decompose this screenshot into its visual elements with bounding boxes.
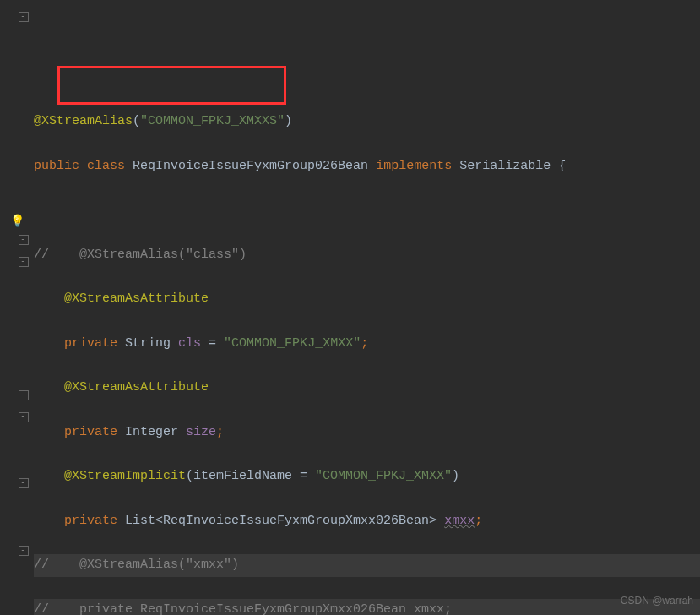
watermark: CSDN @warrah: [621, 592, 693, 610]
code-line[interactable]: @XStreamAsAttribute: [34, 377, 700, 399]
code-line[interactable]: // @XStreamAlias("class"): [34, 244, 700, 266]
fold-marker-icon[interactable]: [19, 390, 29, 400]
code-area[interactable]: @XStreamAlias("COMMON_FPKJ_XMXXS") publi…: [34, 0, 700, 615]
fold-marker-icon[interactable]: [19, 546, 29, 556]
fold-marker-icon[interactable]: [19, 478, 29, 488]
code-line[interactable]: [34, 67, 700, 89]
code-line[interactable]: // private ReqInvoiceIssueFyxmGroupXmxx0…: [34, 599, 700, 615]
code-line[interactable]: private String cls = "COMMON_FPKJ_XMXX";: [34, 333, 700, 355]
code-line[interactable]: private List<ReqInvoiceIssueFyxmGroupXmx…: [34, 510, 700, 532]
code-line[interactable]: @XStreamAsAttribute: [34, 288, 700, 310]
code-line[interactable]: [34, 199, 700, 221]
code-line[interactable]: public class ReqInvoiceIssueFyxmGroup026…: [34, 155, 700, 177]
fold-marker-icon[interactable]: [19, 412, 29, 422]
code-editor[interactable]: 💡 @XStreamAlias("COMMON_FPKJ_XMXXS") pub…: [0, 0, 700, 615]
code-line[interactable]: @XStreamAlias("COMMON_FPKJ_XMXXS"): [34, 111, 700, 133]
gutter: 💡: [0, 0, 34, 615]
code-line[interactable]: private Integer size;: [34, 422, 700, 444]
fold-marker-icon[interactable]: [19, 12, 29, 22]
fold-marker-icon[interactable]: [19, 257, 29, 267]
fold-marker-icon[interactable]: [19, 235, 29, 245]
code-line[interactable]: // @XStreamAlias("xmxx"): [34, 554, 700, 576]
code-line[interactable]: @XStreamImplicit(itemFieldName = "COMMON…: [34, 465, 700, 487]
bulb-icon[interactable]: 💡: [8, 213, 25, 230]
